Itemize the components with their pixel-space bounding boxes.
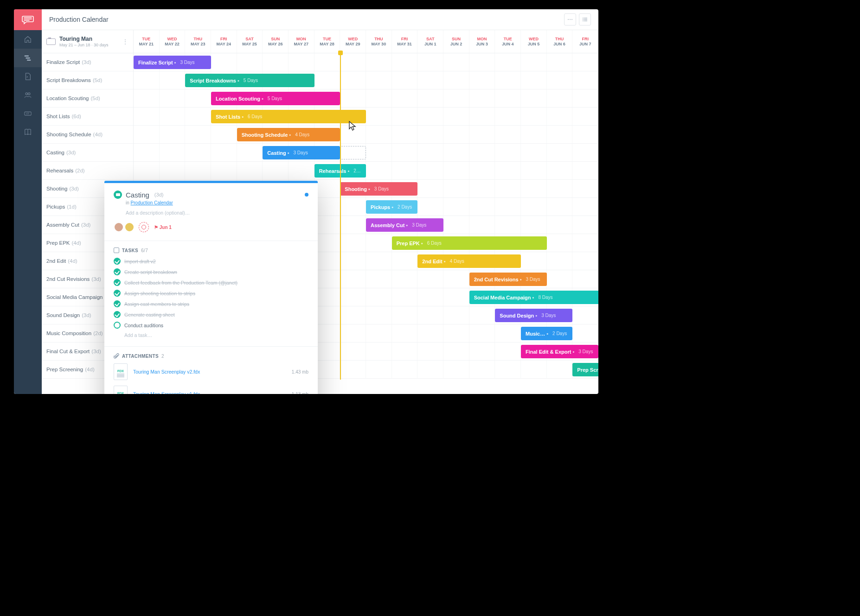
subtask-checkbox[interactable] [114,311,121,318]
svg-point-13 [583,19,584,20]
nav-files[interactable]: # [14,67,42,86]
svg-point-10 [571,19,572,20]
more-button[interactable] [564,13,576,25]
timeline-track: Shot Lists•6 Days [134,108,598,126]
timeline-track: Finalize Script•3 Days [134,53,598,71]
svg-point-5 [28,93,30,95]
gantt-bar[interactable]: Prep EPK•6 Days [392,236,547,250]
subtask-item[interactable]: Import draft v2 [114,258,308,265]
gantt-bar[interactable]: Casting•3 Days [263,146,340,159]
task-list-item[interactable]: Finalize Script(3d) [42,53,133,71]
timeline-track: Rehearsals•2… [134,162,598,180]
gantt-bar[interactable]: Sound Design•3 Days [495,309,572,322]
day-header: SUNJUN 2 [443,30,469,53]
gantt-bar[interactable]: Shot Lists•6 Days [211,110,366,123]
day-header: THUMAY 30 [366,30,392,53]
timeline-header: TUEMAY 21WEDMAY 22THUMAY 23FRIMAY 24SATM… [134,30,598,53]
subtask-item[interactable]: Collect feedback from the Production Tea… [114,279,308,286]
svg-point-8 [568,19,569,20]
task-list-item[interactable]: Rehearsals(2d) [42,162,133,180]
timeline-track: Script Breakdowns•5 Days [134,71,598,89]
nav-home[interactable] [14,30,42,49]
gantt-bar[interactable]: Pickups•2 Days [366,200,417,214]
gantt-bar[interactable]: Social Media Campaign•8 Days [469,291,598,304]
subtask-item[interactable]: Generate casting sheet [114,311,308,318]
subtask-checkbox[interactable] [114,300,121,307]
task-list-item[interactable]: Script Breakdowns(5d) [42,71,133,89]
gantt-bar[interactable]: 2nd Cut Revisions•3 Days [469,273,547,286]
task-list-item[interactable]: Shooting Schedule(4d) [42,126,133,144]
gantt-bar[interactable]: Prep Scr [572,363,598,376]
gantt-bar[interactable]: 2nd Edit•4 Days [417,254,521,268]
nav-vip[interactable]: VIP [14,104,42,123]
add-assignee-button[interactable] [139,222,149,232]
topbar: Production Calendar [42,9,598,30]
timeline-track: Shooting Schedule•4 Days [134,126,598,144]
card-priority-dot[interactable] [305,193,308,197]
logo-icon [22,15,34,25]
day-header: TUEJUN 4 [495,30,521,53]
file-icon: FDX [114,363,128,380]
day-header: FRIMAY 31 [392,30,418,53]
attachments-header: ATTACHMENTS 2 [114,353,308,359]
subtask-checkbox[interactable] [114,258,121,265]
list-view-button[interactable] [579,13,591,25]
avatar[interactable] [124,222,135,232]
subtask-checkbox[interactable] [114,290,121,297]
nav-gantt[interactable] [14,49,42,67]
app-window: # VIP Production Calendar Touring Man Ma… [14,9,598,394]
subtask-item[interactable]: Assign shooting location to strips [114,290,308,297]
timeline-track: Location Scouting•5 Days [134,89,598,108]
svg-rect-1 [26,57,30,58]
day-header: FRIJUN 7 [572,30,598,53]
add-subtask-input[interactable]: Add a task… [124,332,308,338]
card-breadcrumb-link[interactable]: Production Calendar [131,200,173,205]
topbar-actions [564,13,591,25]
day-header: WEDMAY 29 [340,30,366,53]
subtask-item[interactable]: Assign cast members to strips [114,300,308,307]
attachment-item[interactable]: FDXTouring Man Screenplay v2.fdx1.43 mb [114,363,308,380]
book-icon [24,128,32,136]
task-list-item[interactable]: Shot Lists(6d) [42,108,133,126]
gantt-bar[interactable]: Final Edit & Export•3 Days [521,345,598,358]
gantt-bar[interactable]: Assembly Cut•3 Days [366,218,443,232]
attachment-item[interactable]: FDXTouring Man Screenplay v1.fdx1.13 mb [114,386,308,394]
home-icon [24,35,32,44]
day-header: THUJUN 6 [547,30,573,53]
card-due-date[interactable]: Jun 1 [154,225,172,230]
subtask-item[interactable]: Create script breakdown [114,268,308,275]
day-header: WEDMAY 22 [160,30,186,53]
subtask-item[interactable]: Conduct auditions [114,322,308,329]
gantt-bar[interactable]: Rehearsals•2… [314,164,366,178]
day-header: TUEMAY 21 [134,30,160,53]
project-range: May 21 – Jun 18 · 30 days [59,43,109,47]
project-more-button[interactable]: ⋮ [122,38,128,45]
gantt-bar[interactable]: Shooting Schedule•4 Days [237,128,340,141]
svg-text:VIP: VIP [26,113,29,115]
project-name: Touring Man [59,36,109,42]
day-header: SUNMAY 26 [263,30,289,53]
subtask-checkbox[interactable] [114,279,121,286]
task-list-item[interactable]: Casting(3d) [42,144,133,162]
nav-team[interactable] [14,86,42,104]
gantt-bar[interactable]: Music…•2 Days [521,327,572,340]
drag-ghost [340,146,366,159]
card-description-input[interactable]: Add a description (optional)… [126,210,308,216]
svg-rect-0 [25,56,29,57]
svg-rect-2 [27,60,31,61]
day-header: SATMAY 25 [237,30,263,53]
gantt-bar[interactable]: Shooting•3 Days [340,182,417,196]
gantt-bar[interactable]: Location Scouting•5 Days [211,92,340,105]
gantt-icon [24,54,32,62]
app-logo[interactable] [14,9,42,30]
day-header: MONMAY 27 [289,30,314,53]
subtask-checkbox[interactable] [114,322,121,329]
day-header: MONJUN 3 [469,30,495,53]
nav-docs[interactable] [14,123,42,141]
subtasks-header: TASKS 6/7 [114,248,308,253]
task-list-item[interactable]: Location Scouting(5d) [42,89,133,108]
gantt-bar[interactable]: Script Breakdowns•5 Days [185,74,314,87]
avatar[interactable] [114,222,124,232]
gantt-bar[interactable]: Finalize Script•3 Days [134,56,211,69]
subtask-checkbox[interactable] [114,268,121,275]
